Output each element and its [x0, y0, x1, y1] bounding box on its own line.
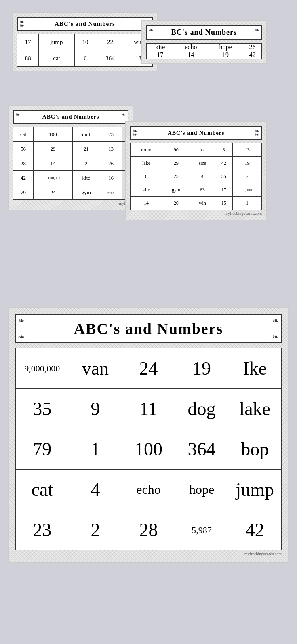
card-1-title-box: ❧ ❧ ❧ ❧ ABC's and Numbers: [17, 17, 153, 31]
cell: quit: [72, 127, 100, 142]
card-1: ❧ ❧ ❧ ❧ ABC's and Numbers 17 jump 10 22 …: [12, 12, 158, 71]
ornament-tr-3: ❧: [121, 111, 126, 118]
cell: 23: [100, 127, 122, 142]
table-row: 42 9,000,000 kite 16: [13, 171, 128, 185]
cell: 79: [13, 185, 34, 200]
ornament-bl-4: ❧: [133, 131, 137, 138]
table-row: 17 jump 10 22 win: [17, 34, 153, 50]
table-row: kite echo hope 26: [147, 44, 262, 51]
card-2-title-box: ❧ ❧ BC's and Numbers: [146, 25, 262, 40]
cell: kite: [147, 44, 174, 51]
card-4-title: ABC's and Numbers: [168, 130, 225, 136]
card-1-title: ABC's and Numbers: [55, 21, 115, 27]
cell: 9,000,000: [33, 171, 72, 185]
cell: bop: [228, 429, 282, 470]
cell: jump: [228, 470, 282, 510]
table-row: 6 25 4 35 7: [131, 170, 262, 183]
table-row: 79 1 100 364 bop: [16, 429, 282, 470]
cell: gym: [162, 183, 190, 197]
cell: 35: [215, 170, 233, 183]
cell: lake: [228, 389, 282, 429]
table-row: 9,000,000 van 24 19 Ike: [16, 348, 282, 389]
cell: cat: [39, 50, 74, 67]
cell: 100: [122, 429, 175, 470]
cell: 29: [33, 142, 72, 156]
cell: 20: [162, 197, 190, 210]
cell: echo: [122, 470, 175, 510]
ornament-tr-big: ❧: [272, 316, 279, 325]
ornament-bl-1: ❧: [19, 22, 24, 29]
ornament-tr-2: ❧: [255, 27, 259, 34]
card-2-title: BC's and Numbers: [171, 28, 237, 36]
ornament-bl-big: ❧: [18, 332, 25, 342]
cell: 6: [131, 170, 162, 183]
cell: 19: [208, 51, 243, 59]
cell: kite: [72, 171, 100, 185]
card-2-grid: kite echo hope 26 17 14 19 42: [146, 43, 262, 59]
cell: 15: [215, 197, 233, 210]
cell: 22: [96, 34, 124, 50]
cell: hope: [175, 470, 228, 510]
cell: 28: [122, 510, 175, 550]
cell: van: [69, 348, 122, 389]
cell: 24: [122, 348, 175, 389]
watermark-4: myfreebingocards.com: [130, 210, 262, 216]
cell: 26: [243, 44, 261, 51]
cell: 100: [33, 127, 72, 142]
cell: 21: [72, 142, 100, 156]
cell: 88: [17, 50, 39, 67]
cell: room: [131, 143, 162, 157]
card-big-title: ABC's and Numbers: [74, 320, 223, 337]
card-4-title-box: ❧ ❧ ❧ ❧ ABC's and Numbers: [130, 126, 262, 140]
ornament-tl-3: ❧: [15, 111, 20, 118]
cell: win: [190, 197, 215, 210]
cell: 19: [233, 157, 262, 170]
cell: 14: [33, 156, 72, 171]
cell: 364: [96, 50, 124, 67]
table-row: 28 14 2 26: [13, 156, 128, 171]
cell: 16: [100, 171, 122, 185]
cell: 2: [72, 156, 100, 171]
cell: 24: [33, 185, 72, 200]
card-4-grid: room 90 for 3 13 lake 29 size 42 19: [130, 143, 262, 210]
table-row: kite gym 63 17 3,000: [131, 183, 262, 197]
cell: 26: [100, 156, 122, 171]
cell: 9,000,000: [16, 348, 69, 389]
cards-stack: ❧ ❧ ❧ ❧ ABC's and Numbers 17 jump 10 22 …: [8, 8, 289, 299]
cell: 29: [162, 157, 190, 170]
table-row: cat 100 quit 23: [13, 127, 128, 142]
cell: 42: [243, 51, 261, 59]
page-container: ❧ ❧ ❧ ❧ ABC's and Numbers 17 jump 10 22 …: [8, 8, 289, 563]
cell: 9: [69, 389, 122, 429]
cell: 17: [17, 34, 39, 50]
cell: 19: [175, 348, 228, 389]
cell: dog: [175, 389, 228, 429]
cell: 364: [175, 429, 228, 470]
cell: 6: [74, 50, 96, 67]
table-row: 35 9 11 dog lake: [16, 389, 282, 429]
cell: 3: [215, 143, 233, 157]
watermark-3: myf...: [13, 200, 128, 206]
table-row: room 90 for 3 13: [131, 143, 262, 157]
card-4: ❧ ❧ ❧ ❧ ABC's and Numbers room 90 for 3 …: [125, 121, 267, 220]
table-row: 17 14 19 42: [147, 51, 262, 59]
cell: 42: [13, 171, 34, 185]
card-big-grid: 9,000,000 van 24 19 Ike 35 9 11 dog lake…: [15, 348, 282, 550]
table-row: 56 29 21 13: [13, 142, 128, 156]
table-row: cat 4 echo hope jump: [16, 470, 282, 510]
cell: hope: [208, 44, 243, 51]
cell: size: [190, 157, 215, 170]
cell: 14: [174, 51, 208, 59]
cell: kite: [131, 183, 162, 197]
cell: 63: [190, 183, 215, 197]
cell: 56: [13, 142, 34, 156]
table-row: 88 cat 6 364 13: [17, 50, 153, 67]
cell: 2: [69, 510, 122, 550]
cell: Ike: [228, 348, 282, 389]
card-big-title-box: ❧ ❧ ❧ ❧ ABC's and Numbers: [15, 314, 282, 343]
cell: 13: [233, 143, 262, 157]
cell: 42: [215, 157, 233, 170]
cell: 1: [233, 197, 262, 210]
cell: 4: [190, 170, 215, 183]
ornament-br-big: ❧: [272, 332, 279, 342]
